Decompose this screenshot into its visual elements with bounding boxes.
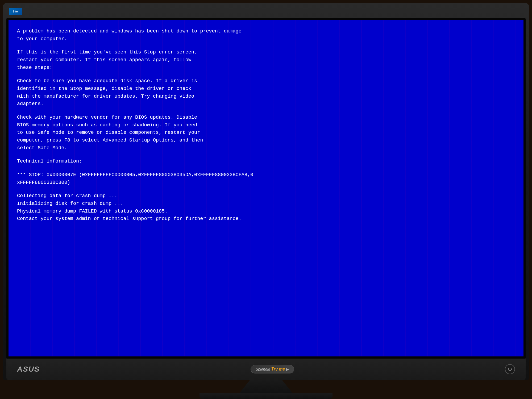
- monitor-stand: [239, 380, 293, 393]
- power-button[interactable]: ⏻: [505, 364, 515, 374]
- monitor-base: [200, 393, 332, 399]
- bsod-collecting: Collecting data for crash dump ...: [17, 193, 117, 199]
- bsod-text-2: If this is the first time you've seen th…: [17, 49, 197, 70]
- bsod-dump-section: Collecting data for crash dump ... Initi…: [17, 192, 515, 223]
- bsod-paragraph-1: A problem has been detected and windows …: [17, 28, 515, 43]
- bsod-text-1: A problem has been detected and windows …: [17, 28, 242, 42]
- splendid-label: Splendid: [256, 367, 270, 371]
- bsod-stop-code: *** STOP: 0x0000007E (0xFFFFFFFFC0000005…: [17, 172, 253, 185]
- asus-logo: ASUS: [17, 365, 40, 373]
- intel-badge: intel: [9, 8, 22, 15]
- bsod-text-4: Check with your hardware vendor for any …: [17, 115, 203, 151]
- tryme-label: Try me: [271, 367, 285, 372]
- bsod-paragraph-3: Check to be sure you have adequate disk …: [17, 77, 515, 108]
- tryme-arrow: ▶: [286, 367, 289, 371]
- screen-bezel: A problem has been detected and windows …: [6, 18, 526, 359]
- bsod-technical-label: Technical information:: [17, 159, 82, 164]
- power-icon: ⏻: [508, 367, 512, 372]
- monitor: intel A problem has been detected and wi…: [3, 3, 529, 380]
- bsod-paragraph-4: Check with your hardware vendor for any …: [17, 114, 515, 152]
- bsod-technical-section: Technical information:: [17, 158, 515, 165]
- bsod-screen: A problem has been detected and windows …: [9, 20, 523, 356]
- bsod-initializing: Initializing disk for crash dump ...: [17, 201, 123, 206]
- bsod-stop-code-section: *** STOP: 0x0000007E (0xFFFFFFFFC0000005…: [17, 171, 515, 186]
- splendid-badge: Splendid Try me ▶: [251, 365, 294, 373]
- bsod-contact: Contact your system admin or technical s…: [17, 216, 242, 222]
- bsod-paragraph-2: If this is the first time you've seen th…: [17, 49, 515, 72]
- monitor-top-bar: intel: [6, 6, 526, 16]
- bsod-text-3: Check to be sure you have adequate disk …: [17, 78, 197, 107]
- bsod-dump-failed: Physical memory dump FAILED with status …: [17, 209, 168, 214]
- monitor-bottom-bar: ASUS Splendid Try me ▶ ⏻: [6, 359, 526, 380]
